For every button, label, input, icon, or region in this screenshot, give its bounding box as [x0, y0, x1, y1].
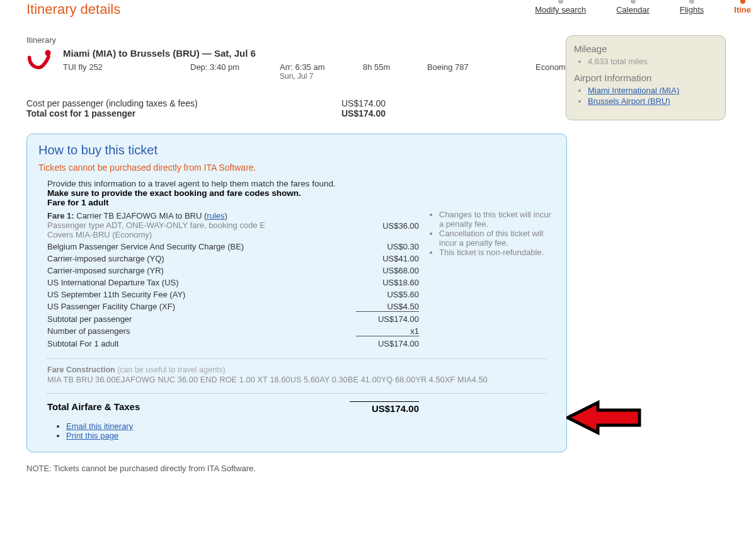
tax-row-desc: Carrier-imposed surcharge (YR): [47, 266, 356, 275]
progress-nav: Modify search Calendar Flights Itine: [535, 0, 756, 20]
nav-flights[interactable]: Flights: [680, 0, 704, 14]
footnote: NOTE: Tickets cannot be purchased direct…: [26, 464, 756, 473]
total-cost-label: Total cost for 1 passenger: [26, 108, 310, 118]
how-to-buy-title: How to buy this ticket: [38, 143, 555, 157]
mileage-value: 4,633 total miles: [588, 57, 718, 66]
airport-info-heading: Airport Information: [574, 72, 718, 83]
fare-for-label: Fare for 1 adult: [47, 198, 109, 207]
body: Mileage 4,633 total miles Airport Inform…: [26, 35, 748, 452]
subtotal-pax-desc: Subtotal per passenger: [47, 314, 356, 324]
email-itinerary-link[interactable]: Email this itinerary: [66, 421, 133, 431]
tax-row-amt: US$5.60: [356, 290, 419, 299]
tax-row-desc: Belgium Passenger Service And Security C…: [47, 242, 356, 251]
departure-time: Dep: 3:40 pm: [190, 62, 260, 81]
main-column: Itinerary Miami (MIA) to Brussels (BRU) …: [26, 35, 575, 452]
subtotal-adult-desc: Subtotal For 1 adult: [47, 339, 356, 348]
equipment: Boeing 787: [427, 62, 515, 81]
tax-row-amt: US$41.00: [356, 254, 419, 263]
fare-rules-column: Changes to this ticket will incur a pena…: [419, 210, 555, 350]
airport-link-mia[interactable]: Miami International (MIA): [588, 86, 679, 95]
flight-number: TUI fly 252: [63, 62, 170, 81]
total-airfare-label: Total Airfare & Taxes: [47, 401, 350, 414]
fare-rule-item: Changes to this ticket will incur a pena…: [439, 210, 555, 229]
nav-itinerary[interactable]: Itine: [734, 0, 751, 14]
total-cost-value: US$174.00: [310, 108, 386, 118]
tax-row-desc: Carrier-imposed surcharge (YQ): [47, 254, 356, 263]
fare1-label: Fare 1:: [47, 211, 74, 220]
fare1-sub2: Covers MIA-BRU (Economy): [47, 230, 356, 239]
tax-row-amt: US$68.00: [356, 266, 419, 275]
cost-per-pax-value: US$174.00: [310, 98, 386, 108]
fare-rules-link[interactable]: rules: [207, 211, 224, 220]
fare-rule-item: Cancellation of this ticket will incur a…: [439, 229, 555, 248]
mileage-heading: Mileage: [574, 43, 718, 54]
arrival-time: Arr: 6:35 am: [280, 62, 343, 72]
annotation-arrow-icon: [566, 399, 642, 438]
fare-table: Fare 1: Carrier TB EJAFOWG MIA to BRU (r…: [47, 210, 419, 350]
duration: 8h 55m: [363, 62, 407, 81]
print-page-link[interactable]: Print this page: [66, 431, 118, 440]
instruction-line-2: Make sure to provide the exact booking a…: [47, 188, 301, 198]
fare-construction-note: (can be useful to travel agents): [115, 365, 226, 374]
page: Modify search Calendar Flights Itine Iti…: [0, 0, 756, 555]
total-row: Total Airfare & Taxes US$174.00: [47, 393, 546, 414]
nav-modify-search[interactable]: Modify search: [535, 0, 586, 14]
fare1-sub1: Passenger type ADT, ONE-WAY-ONLY fare, b…: [47, 220, 356, 230]
fare-area: Fare 1: Carrier TB EJAFOWG MIA to BRU (r…: [47, 210, 555, 350]
tax-row-amt: US$0.30: [356, 242, 419, 251]
cost-per-pax-label: Cost per passenger (including taxes & fe…: [26, 98, 310, 108]
fare-rule-item: This ticket is non-refundable.: [439, 248, 555, 257]
instructions: Provide this information to a travel age…: [47, 179, 555, 207]
tax-row-desc: US International Departure Tax (US): [47, 278, 356, 287]
subtotal-adult-amt: US$174.00: [356, 339, 419, 348]
itinerary-row: Miami (MIA) to Brussels (BRU) — Sat, Jul…: [26, 47, 575, 81]
num-pax-desc: Number of passengers: [47, 326, 356, 336]
side-panel: Mileage 4,633 total miles Airport Inform…: [566, 35, 726, 120]
itinerary-details: Miami (MIA) to Brussels (BRU) — Sat, Jul…: [63, 47, 583, 81]
tax-row-desc: US Passenger Facility Charge (XF): [47, 302, 356, 311]
fare1-close: ): [225, 211, 227, 220]
arrival-date: Sun, Jul 7: [280, 72, 343, 81]
airline-logo: [26, 47, 55, 72]
cost-summary: Cost per passenger (including taxes & fe…: [26, 98, 575, 118]
num-pax-amt: x1: [356, 326, 419, 336]
subtotal-pax-amt: US$174.00: [356, 314, 419, 324]
route-text: Miami (MIA) to Brussels (BRU) — Sat, Jul…: [63, 48, 256, 59]
how-to-buy-box: How to buy this ticket Tickets cannot be…: [26, 134, 567, 452]
purchase-warning: Tickets cannot be purchased directly fro…: [38, 163, 555, 173]
instruction-line-1: Provide this information to a travel age…: [47, 179, 555, 188]
tax-row-amt: US$4.50: [356, 302, 419, 312]
nav-calendar[interactable]: Calendar: [616, 0, 650, 14]
fare-construction-title: Fare Construction: [47, 365, 115, 374]
itinerary-label: Itinerary: [26, 35, 575, 45]
fare-construction-block: Fare Construction (can be useful to trav…: [47, 358, 546, 384]
total-airfare-value: US$174.00: [350, 401, 419, 414]
fare-construction-string: MIA TB BRU 36.00EJAFOWG NUC 36.00 END RO…: [47, 375, 546, 384]
tax-row-amt: US$18.60: [356, 278, 419, 287]
airport-link-bru[interactable]: Brussels Airport (BRU): [588, 96, 670, 106]
svg-marker-4: [568, 403, 639, 433]
tax-row-desc: US September 11th Security Fee (AY): [47, 290, 356, 299]
fare1-text: Carrier TB EJAFOWG MIA to BRU (: [74, 211, 207, 220]
actions: Email this itinerary Print this page: [47, 421, 546, 440]
fare1-amount: US$36.00: [356, 211, 419, 231]
